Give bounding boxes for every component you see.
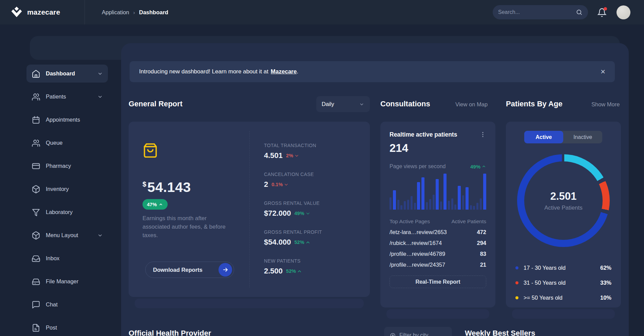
sidebar-item-post[interactable]: Post [26, 319, 108, 336]
avatar[interactable] [617, 5, 630, 19]
realtime-patients-label: Realtime active patients [390, 131, 457, 138]
chevron-right-icon: › [133, 10, 135, 15]
stat-value: 2.500 [264, 267, 283, 276]
search-input[interactable] [498, 9, 576, 15]
page-path: /profile…review/46789 [390, 251, 445, 257]
page-views-delta: 49% [470, 164, 486, 170]
page-views-label: Page views per second [390, 163, 446, 170]
top-pages-header: Top Active Pages Active Patients [390, 218, 486, 225]
sidebar-item-label: Chat [46, 301, 58, 308]
legend-dot [515, 281, 518, 284]
sidebar-item-pharmacy[interactable]: Pharmacy [26, 157, 108, 175]
logo-text: mazecare [27, 8, 60, 16]
logo[interactable]: mazecare [0, 0, 85, 24]
sidebar-item-chat[interactable]: Chat [26, 296, 108, 314]
sidebar-item-appointments[interactable]: Appointments [26, 111, 108, 129]
tab-inactive[interactable]: Inactive [563, 131, 602, 143]
notification-dot [604, 7, 607, 11]
chart-bar [470, 205, 472, 210]
real-time-report-button[interactable]: Real-Time Report [390, 276, 486, 288]
calendar-icon [32, 116, 40, 124]
chart-bar [417, 182, 420, 210]
legend-dot [515, 296, 518, 299]
chart-bar [404, 201, 406, 210]
chart-bar [451, 198, 453, 210]
weekly-best-sellers-title: Weekly Best Sellers [465, 329, 535, 336]
breadcrumb-parent[interactable]: Application [102, 9, 129, 16]
box-icon [32, 231, 40, 240]
tab-active[interactable]: Active [524, 131, 563, 143]
sidebar-item-dashboard[interactable]: Dashboard [26, 65, 108, 83]
legend-value: 33% [600, 280, 611, 286]
users-icon [32, 92, 40, 101]
banner-text: Introducing new dashboard! Learn more ab… [139, 68, 268, 75]
stat-value: $72.000 [264, 209, 291, 218]
main-panel: Introducing new dashboard! Learn more ab… [121, 43, 629, 336]
chart-bar [443, 174, 447, 210]
chart-bar [426, 202, 428, 210]
chart-bar [476, 203, 478, 210]
view-on-map-link[interactable]: View on Map [455, 101, 488, 108]
chart-bar [421, 177, 424, 210]
download-reports-button[interactable]: Download Reports [145, 262, 234, 278]
report-stats: TOTAL TRANSACTION4.5012%CANCELATION CASE… [264, 143, 322, 287]
chevron-down-icon [284, 182, 289, 187]
credit-card-icon [32, 162, 40, 171]
sidebar-item-patients[interactable]: Patients [26, 88, 108, 106]
chart-bar [458, 186, 461, 210]
legend-label: 31 - 50 Years old [524, 280, 566, 286]
general-report-title: General Report [129, 100, 183, 108]
search-box [493, 5, 588, 19]
table-row[interactable]: /letz-lara…review/2653472 [390, 229, 486, 235]
sidebar-item-label: File Manager [46, 278, 78, 285]
table-row[interactable]: /profile…review/4678983 [390, 251, 486, 257]
kebab-menu-icon[interactable] [479, 131, 486, 138]
age-legend: 17 - 30 Years old62%31 - 50 Years old33%… [515, 260, 611, 305]
chevron-up-icon [297, 269, 302, 274]
chart-bar [414, 203, 416, 210]
legend-item-50-years-old: >= 50 Years old10% [515, 290, 611, 305]
sidebar-item-file-manager[interactable]: File Manager [26, 272, 108, 290]
card-shadow [386, 309, 489, 319]
top-bar: mazecare Application › Dashboard [0, 0, 644, 24]
period-select[interactable]: Daily [316, 96, 370, 112]
active-patients-count: 21 [480, 262, 486, 268]
chart-bar [436, 179, 439, 210]
search-icon[interactable] [576, 9, 583, 16]
target-icon [390, 332, 396, 336]
close-icon[interactable]: × [601, 68, 605, 76]
sidebar-item-laboratory[interactable]: Laboratory [26, 203, 108, 221]
col-top-active-pages: Top Active Pages [390, 218, 430, 225]
chart-bar [480, 198, 482, 210]
chevron-up-icon [305, 240, 310, 245]
table-row[interactable]: /profile…review/2435721 [390, 262, 486, 268]
stat-delta: 52% [286, 268, 302, 274]
chart-bar [407, 200, 409, 210]
stat-label: CANCELATION CASE [264, 172, 322, 177]
sidebar-item-label: Pharmacy [46, 163, 71, 169]
active-patients-count: 2.501 [550, 190, 577, 202]
table-row[interactable]: /rubick…review/1674294 [390, 240, 486, 246]
active-patients-count: 294 [477, 240, 486, 246]
sidebar-item-label: Dashboard [46, 70, 75, 77]
consultations-card: Realtime active patients 214 Page views … [380, 122, 495, 307]
inbox-icon [32, 254, 40, 263]
show-more-link[interactable]: Show More [591, 101, 620, 108]
age-donut-chart: 2.501 Active Patients [517, 154, 610, 247]
sidebar-item-menu-layout[interactable]: Menu Layout [26, 226, 108, 244]
sidebar-item-label: Inbox [46, 255, 59, 262]
chart-bar [390, 197, 392, 210]
legend-value: 10% [600, 295, 611, 301]
notifications-bell-icon[interactable] [597, 8, 607, 17]
sidebar-item-inventory[interactable]: Inventory [26, 180, 108, 198]
sidebar-item-inbox[interactable]: Inbox [26, 249, 108, 267]
banner-link[interactable]: Mazecare [271, 68, 297, 75]
sidebar-item-queue[interactable]: Queue [26, 134, 108, 152]
sidebar-item-label: Queue [46, 140, 63, 146]
arrow-right-icon [219, 263, 232, 277]
page-path: /rubick…review/1674 [390, 240, 442, 246]
filter-by-city-label: Filter by city [399, 332, 428, 336]
chart-bar [448, 201, 450, 210]
filter-by-city-select[interactable]: Filter by city [384, 327, 452, 336]
page-views-bar-chart [390, 172, 486, 210]
